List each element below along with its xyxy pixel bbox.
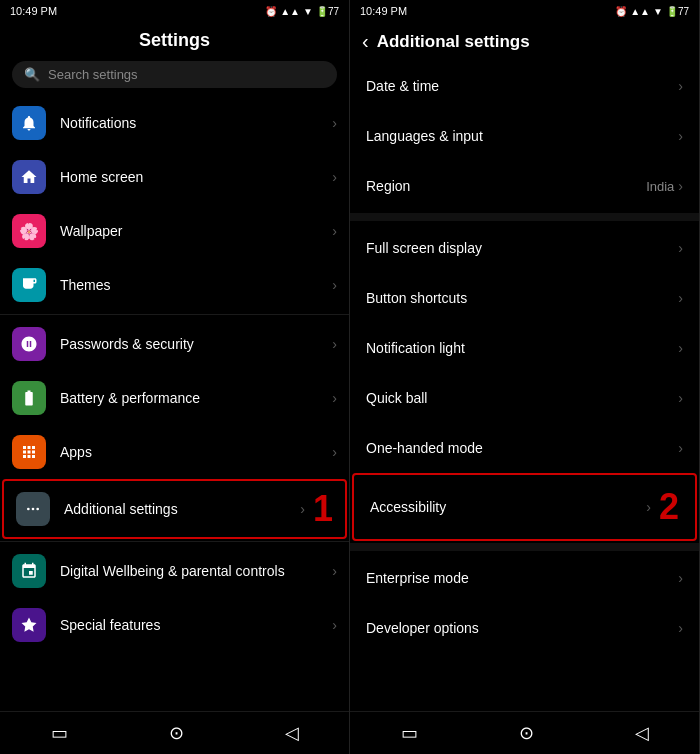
additional-chevron: › [300,501,305,517]
digital-wellbeing-text: Digital Wellbeing & parental controls [60,563,332,579]
home-screen-icon [12,160,46,194]
passwords-text: Passwords & security [60,336,332,352]
developer-label: Developer options [366,620,678,636]
settings-item-passwords[interactable]: Passwords & security › [0,317,349,371]
left-signal-icon: ▲▲ [280,6,300,17]
right-panel: 10:49 PM ⏰ ▲▲ ▼ 🔋77 ‹ Additional setting… [350,0,700,754]
right-item-enterprise[interactable]: Enterprise mode › [350,553,699,603]
apps-icon [12,435,46,469]
notification-light-label: Notification light [366,340,678,356]
accessibility-label: Accessibility [370,499,646,515]
themes-chevron: › [332,277,337,293]
right-wifi-icon: ▼ [653,6,663,17]
digital-wellbeing-icon [12,554,46,588]
left-header: Settings [0,22,349,57]
right-item-fullscreen[interactable]: Full screen display › [350,223,699,273]
wallpaper-chevron: › [332,223,337,239]
notifications-text: Notifications [60,115,332,131]
right-alarm-icon: ⏰ [615,6,627,17]
one-handed-chevron: › [678,440,683,456]
wallpaper-text: Wallpaper [60,223,332,239]
settings-item-apps[interactable]: Apps › [0,425,349,479]
digital-wellbeing-chevron: › [332,563,337,579]
special-label: Special features [60,617,332,633]
search-bar[interactable]: 🔍 Search settings [12,61,337,88]
right-item-quick-ball[interactable]: Quick ball › [350,373,699,423]
quick-ball-label: Quick ball [366,390,678,406]
right-item-one-handed[interactable]: One-handed mode › [350,423,699,473]
settings-item-themes[interactable]: Themes › [0,258,349,312]
themes-label: Themes [60,277,332,293]
enterprise-chevron: › [678,570,683,586]
right-battery-icon: 🔋77 [666,6,689,17]
themes-text: Themes [60,277,332,293]
left-title: Settings [139,30,210,50]
notifications-label: Notifications [60,115,332,131]
right-divider-2 [350,543,699,551]
back-button[interactable]: ‹ [362,30,369,53]
right-item-notification-light[interactable]: Notification light › [350,323,699,373]
left-battery-icon: 🔋77 [316,6,339,17]
left-nav-back[interactable]: ◁ [285,722,299,744]
notifications-chevron: › [332,115,337,131]
region-value: India [646,179,674,194]
additional-icon [16,492,50,526]
right-nav-square[interactable]: ▭ [401,722,418,744]
left-status-icons: ⏰ ▲▲ ▼ 🔋77 [265,6,339,17]
home-screen-text: Home screen [60,169,332,185]
settings-item-notifications[interactable]: Notifications › [0,96,349,150]
quick-ball-chevron: › [678,390,683,406]
apps-text: Apps [60,444,332,460]
accessibility-chevron: › [646,499,651,515]
left-bottom-nav: ▭ ⊙ ◁ [0,711,349,754]
fullscreen-label: Full screen display [366,240,678,256]
right-status-icons: ⏰ ▲▲ ▼ 🔋77 [615,6,689,17]
svg-point-0 [27,508,30,511]
settings-item-battery[interactable]: Battery & performance › [0,371,349,425]
right-item-button-shortcuts[interactable]: Button shortcuts › [350,273,699,323]
wallpaper-label: Wallpaper [60,223,332,239]
battery-label: Battery & performance [60,390,332,406]
battery-text: Battery & performance [60,390,332,406]
special-icon [12,608,46,642]
languages-chevron: › [678,128,683,144]
right-nav-back[interactable]: ◁ [635,722,649,744]
settings-item-special[interactable]: Special features › [0,598,349,652]
svg-point-1 [32,508,35,511]
passwords-chevron: › [332,336,337,352]
notifications-icon [12,106,46,140]
right-title: Additional settings [377,32,530,52]
svg-point-2 [36,508,39,511]
special-chevron: › [332,617,337,633]
search-placeholder: Search settings [48,67,138,82]
apps-label: Apps [60,444,332,460]
home-screen-label: Home screen [60,169,332,185]
right-status-bar: 10:49 PM ⏰ ▲▲ ▼ 🔋77 [350,0,699,22]
button-shortcuts-chevron: › [678,290,683,306]
additional-text: Additional settings [64,501,300,517]
right-item-accessibility[interactable]: Accessibility › 2 [352,473,697,541]
step-number-2: 2 [659,489,679,525]
right-bottom-nav: ▭ ⊙ ◁ [350,711,699,754]
passwords-icon [12,327,46,361]
settings-item-home-screen[interactable]: Home screen › [0,150,349,204]
right-item-region[interactable]: Region India › [350,161,699,211]
region-chevron: › [678,178,683,194]
settings-item-wallpaper[interactable]: 🌸 Wallpaper › [0,204,349,258]
left-nav-square[interactable]: ▭ [51,722,68,744]
settings-item-additional[interactable]: Additional settings › 1 [2,479,347,539]
languages-label: Languages & input [366,128,678,144]
digital-wellbeing-label: Digital Wellbeing & parental controls [60,563,332,579]
settings-item-digital-wellbeing[interactable]: Digital Wellbeing & parental controls › [0,544,349,598]
right-signal-icon: ▲▲ [630,6,650,17]
left-nav-circle[interactable]: ⊙ [169,722,184,744]
battery-icon [12,381,46,415]
right-item-date-time[interactable]: Date & time › [350,61,699,111]
right-item-developer[interactable]: Developer options › [350,603,699,653]
date-time-label: Date & time [366,78,678,94]
right-nav-circle[interactable]: ⊙ [519,722,534,744]
right-item-languages[interactable]: Languages & input › [350,111,699,161]
date-time-chevron: › [678,78,683,94]
settings-list: Notifications › Home screen › 🌸 Wallpape… [0,96,349,711]
divider-2 [0,541,349,542]
